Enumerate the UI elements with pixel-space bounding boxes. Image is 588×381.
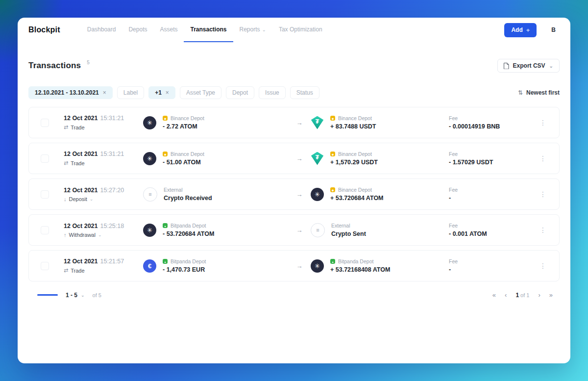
date-column: 12 Oct 202115:31:21 ⇄Trade [64, 151, 143, 166]
app-window: Blockpit Dashboard Depots Assets Transac… [18, 18, 570, 363]
source-depot-name: Binance Depot [171, 115, 204, 121]
chip-label: 12.10.2021 - 13.10.2021 [35, 89, 99, 96]
source-amount: - 1,470.73 EUR [163, 266, 206, 273]
nav-label: Depots [128, 26, 147, 33]
source-column: ✳ Binance Depot - 2.72 ATOM [143, 115, 288, 130]
filter-chip-plus-one[interactable]: +1× [148, 86, 175, 99]
transaction-row[interactable]: 12 Oct 202115:21:57 ⇄Trade € Bitpanda De… [28, 250, 560, 281]
transaction-row[interactable]: 12 Oct 202115:31:21 ⇄Trade ✳ Binance Dep… [28, 143, 560, 174]
last-page-button[interactable]: » [549, 291, 553, 299]
source-amount: Crypto Received [164, 195, 212, 202]
fee-value: - 1.57029 USDT [449, 159, 539, 166]
transaction-type-label[interactable]: ⇄Trade [64, 267, 143, 274]
transaction-type-label[interactable]: ⇄Trade [64, 160, 143, 166]
filter-bar: 12.10.2021 - 13.10.2021× Label +1× Asset… [28, 86, 560, 99]
kebab-menu-icon[interactable]: ⋮ [539, 152, 547, 164]
source-depot-name: Binance Depot [171, 151, 204, 157]
user-avatar[interactable]: B [551, 26, 556, 33]
transaction-type-label[interactable]: ⇄Trade [64, 124, 143, 130]
fee-label: Fee [449, 151, 539, 157]
row-checkbox[interactable] [41, 262, 49, 270]
source-depot-name: Bitpanda Depot [171, 223, 206, 229]
filter-chip-issue[interactable]: Issue [259, 86, 286, 99]
row-checkbox[interactable] [41, 119, 49, 127]
asset-glyph: ✳ [315, 262, 320, 270]
destination-column: ✳ Bitpanda Depot + 53.72168408 ATOM [311, 258, 449, 273]
fee-value: - 0.001 ATOM [449, 230, 539, 237]
transaction-row[interactable]: 12 Oct 202115:27:20 ↓Deposit⌄ ≡ External… [28, 178, 560, 210]
chevron-down-icon: ⌄ [549, 63, 553, 69]
transaction-type-label[interactable]: ↑Withdrawal⌄ [64, 232, 143, 238]
transaction-date: 12 Oct 2021 [64, 187, 98, 194]
next-page-button[interactable]: › [538, 291, 540, 299]
export-csv-button[interactable]: Export CSV ⌄ [497, 59, 560, 73]
page-size-dropdown[interactable]: 1 - 5⌄ [66, 292, 85, 299]
transaction-row[interactable]: 12 Oct 202115:25:18 ↑Withdrawal⌄ ✳ Bitpa… [28, 214, 560, 246]
destination-depot-name: Bitpanda Depot [338, 258, 373, 264]
nav-item-dashboard[interactable]: Dashboard [81, 18, 122, 42]
fee-label: Fee [449, 223, 539, 229]
first-page-button[interactable]: « [492, 291, 496, 299]
filter-chip-date-range[interactable]: 12.10.2021 - 13.10.2021× [28, 86, 113, 99]
destination-amount: + 1,570.29 USDT [330, 159, 378, 166]
asset-glyph: ₮ [316, 118, 319, 125]
destination-depot-icon [330, 116, 335, 121]
arrow-right-icon: → [288, 262, 311, 270]
chevron-down-icon: ⌄ [90, 197, 94, 202]
kebab-menu-icon[interactable]: ⋮ [539, 224, 547, 236]
arrow-right-icon: → [288, 227, 311, 234]
page-controls: « ‹ 1of 1 › » [492, 291, 553, 299]
row-checkbox[interactable] [41, 190, 49, 199]
nav-item-depots[interactable]: Depots [122, 18, 153, 42]
destination-depot-name: Binance Depot [338, 115, 372, 121]
source-depot-name: External [164, 187, 183, 193]
arrow-right-icon: → [288, 119, 311, 127]
destination-asset-icon: ✳ [311, 259, 324, 273]
source-asset-icon: ✳ [143, 152, 156, 165]
nav-item-transactions[interactable]: Transactions [184, 18, 233, 42]
add-button[interactable]: Add+ [504, 23, 537, 37]
file-icon [504, 63, 509, 69]
sort-icon: ⇅ [518, 89, 523, 96]
nav-item-assets[interactable]: Assets [153, 18, 184, 42]
chip-label: +1 [155, 89, 162, 96]
transaction-time: 15:31:21 [100, 151, 124, 157]
kebab-menu-icon[interactable]: ⋮ [539, 188, 547, 200]
source-asset-icon: € [143, 259, 156, 273]
fee-column: Fee - 1.57029 USDT [449, 151, 539, 166]
filter-chip-asset-type[interactable]: Asset Type [180, 86, 221, 99]
transaction-date: 12 Oct 2021 [64, 258, 98, 265]
asset-glyph: ✳ [147, 119, 152, 127]
desktop-background: { "colors":{"accent":"#2457e6","active_c… [0, 0, 588, 381]
close-icon[interactable]: × [166, 89, 169, 96]
transaction-type-icon: ↓ [64, 196, 67, 202]
filter-chip-status[interactable]: Status [290, 86, 319, 99]
top-nav: Blockpit Dashboard Depots Assets Transac… [18, 18, 570, 42]
sort-button[interactable]: ⇅Newest first [518, 89, 560, 96]
nav-item-tax-optimization[interactable]: Tax Optimization [272, 18, 329, 42]
arrow-right-icon: → [288, 155, 311, 162]
date-column: 12 Oct 202115:21:57 ⇄Trade [64, 258, 143, 274]
main-content: Transactions 5 Export CSV ⌄ 12.10.2021 -… [18, 59, 570, 299]
prev-page-button[interactable]: ‹ [505, 291, 507, 299]
source-depot-icon [163, 223, 168, 228]
pagination-bar: 1 - 5⌄ of 5 « ‹ 1of 1 › » [28, 291, 560, 299]
row-checkbox[interactable] [41, 226, 49, 234]
source-column: ✳ Binance Depot - 51.00 ATOM [143, 151, 288, 166]
transaction-type-label[interactable]: ↓Deposit⌄ [64, 196, 143, 202]
nav-item-reports[interactable]: Reports⌄ [233, 18, 272, 42]
filter-chip-depot[interactable]: Depot [226, 86, 254, 99]
transaction-time: 15:27:20 [100, 187, 124, 194]
destination-column: ₮ Binance Depot + 1,570.29 USDT [311, 151, 449, 166]
destination-depot-icon [330, 259, 335, 264]
row-checkbox[interactable] [41, 154, 49, 163]
nav-label: Transactions [190, 26, 226, 33]
kebab-menu-icon[interactable]: ⋮ [539, 117, 547, 128]
kebab-menu-icon[interactable]: ⋮ [539, 260, 547, 272]
close-icon[interactable]: × [103, 89, 106, 96]
brand-logo[interactable]: Blockpit [28, 25, 60, 34]
asset-glyph: ₮ [316, 154, 319, 161]
transactions-count-badge: 5 [87, 59, 90, 65]
transaction-row[interactable]: 12 Oct 202115:31:21 ⇄Trade ✳ Binance Dep… [28, 107, 560, 138]
filter-chip-label[interactable]: Label [117, 86, 144, 99]
